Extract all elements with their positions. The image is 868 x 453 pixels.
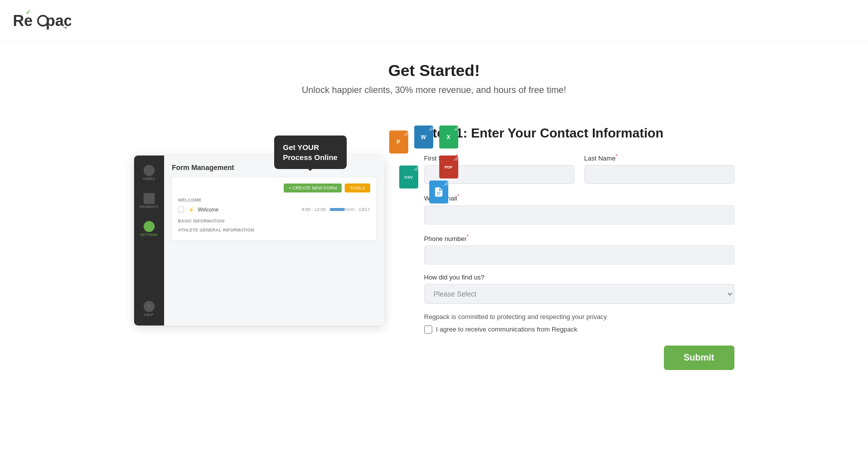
last-name-label: Last Name*	[584, 153, 734, 162]
form-step-title: Step 1: Enter Your Contact Information	[424, 126, 734, 141]
sidebar-users[interactable]: USERS	[140, 164, 158, 182]
find-us-select[interactable]: Please Select Google LinkedIn Facebook R…	[424, 284, 734, 304]
row-progress-fill	[330, 208, 345, 211]
main-panel: Form Management + CREATE NEW FORM TOOLS …	[164, 156, 384, 326]
row-progress-bar	[330, 208, 355, 211]
sidebar-mock: USERS PAYMENTS SETTINGS ? HELP	[134, 156, 164, 326]
row-count: 13/17	[359, 207, 370, 212]
hero-section: Get Started! Unlock happier clients, 30%…	[0, 42, 868, 106]
phone-label: Phone number*	[424, 234, 734, 242]
form-mgmt-toolbar: + CREATE NEW FORM TOOLS	[178, 184, 370, 192]
hero-subtitle: Unlock happier clients, 30% more revenue…	[10, 85, 858, 96]
section-athlete-info: ATHLETE GENERAL INFORMATION	[178, 228, 370, 232]
row-time: 8:00 - 12:00	[302, 207, 326, 212]
logo: ✓ Re pack ™	[12, 8, 856, 33]
phone-field: Phone number*	[424, 234, 734, 264]
hero-title: Get Started!	[10, 62, 858, 80]
form-section: Step 1: Enter Your Contact Information F…	[424, 126, 734, 370]
contact-form: First Name* Last Name* Work Email*	[424, 153, 734, 370]
find-us-row: How did you find us? Please Select Googl…	[424, 274, 734, 304]
form-row-welcome: ⚡ Welcome 8:00 - 12:00 13/17	[178, 204, 370, 214]
file-icon-powerpoint: P	[389, 130, 408, 154]
row-checkbox[interactable]	[178, 206, 184, 212]
file-icon-pdf: PDF	[439, 156, 458, 178]
regpack-logo: ✓ Re pack ™	[12, 8, 71, 33]
privacy-text: Regpack is committed to protecting and r…	[424, 313, 734, 320]
file-icon-excel: X	[439, 126, 458, 148]
find-us-field: How did you find us? Please Select Googl…	[424, 274, 734, 304]
illustration-area: Get YOURProcess Online USERS PAYMENTS SE…	[134, 126, 394, 336]
checkbox-row: I agree to receive communications from R…	[424, 326, 734, 334]
agree-checkbox-label[interactable]: I agree to receive communications from R…	[436, 326, 578, 333]
sidebar-settings[interactable]: SETTINGS	[140, 220, 158, 238]
submit-button[interactable]: Submit	[664, 346, 734, 370]
file-icon-doc	[429, 180, 448, 204]
last-name-input[interactable]	[584, 165, 734, 184]
tools-button[interactable]: TOOLS	[345, 184, 370, 192]
svg-text:Re: Re	[13, 12, 33, 30]
row-lightning-icon: ⚡	[188, 207, 194, 212]
svg-text:™: ™	[63, 26, 68, 31]
file-icon-word: W	[414, 126, 433, 148]
app-mockup: USERS PAYMENTS SETTINGS ? HELP Form Mana…	[134, 156, 384, 326]
find-us-label: How did you find us?	[424, 274, 734, 281]
last-name-field: Last Name*	[584, 153, 734, 184]
name-row: First Name* Last Name*	[424, 153, 734, 184]
agree-checkbox[interactable]	[424, 326, 432, 334]
file-icon-csv: CSV	[399, 166, 418, 188]
phone-row: Phone number*	[424, 234, 734, 264]
sidebar-payments[interactable]: PAYMENTS	[140, 192, 158, 210]
work-email-label: Work Email*	[424, 193, 734, 202]
row-name: Welcome	[198, 207, 298, 212]
main-content: Get YOURProcess Online USERS PAYMENTS SE…	[84, 106, 784, 390]
phone-input[interactable]	[424, 246, 734, 264]
sidebar-help[interactable]: ? HELP	[140, 300, 158, 318]
header: ✓ Re pack ™	[0, 0, 868, 42]
create-form-button[interactable]: + CREATE NEW FORM	[284, 184, 342, 192]
section-welcome: WELCOME	[178, 198, 370, 202]
tooltip-bubble: Get YOURProcess Online	[274, 136, 347, 169]
form-mgmt-panel: + CREATE NEW FORM TOOLS WELCOME ⚡ Welcom…	[172, 178, 376, 240]
email-row: Work Email*	[424, 193, 734, 224]
work-email-field: Work Email*	[424, 193, 734, 224]
work-email-input[interactable]	[424, 206, 734, 224]
section-basic-info: BASIC INFORMATION	[178, 218, 370, 224]
